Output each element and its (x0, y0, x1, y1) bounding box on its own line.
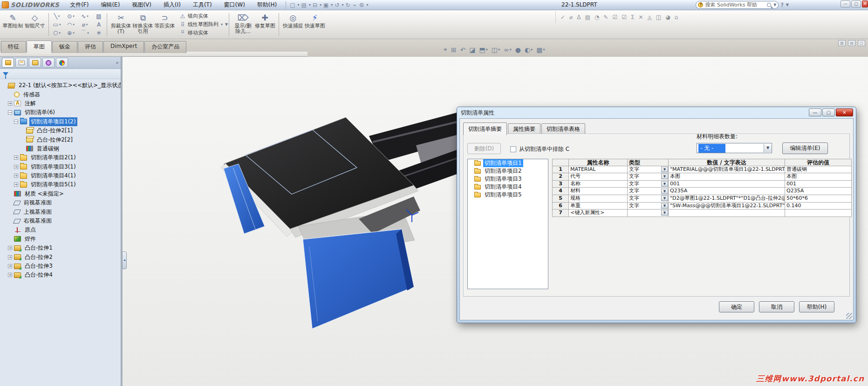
convert-entities-button[interactable]: ⧉ 转换实体引用 (132, 12, 154, 38)
expand-icon[interactable]: + (14, 165, 18, 169)
tree-item[interactable]: 上视基准面 (0, 207, 121, 216)
command-tab-草图[interactable]: 草图 (27, 41, 52, 53)
property-name-cell[interactable]: <键入新属性> (569, 210, 628, 217)
tab-feature-manager[interactable] (2, 58, 14, 68)
dialog-tab-切割清单摘要[interactable]: 切割清单摘要 (463, 122, 507, 135)
fillet-icon[interactable]: ⌒▾ (78, 29, 92, 37)
spline-icon[interactable]: ∿▾ (78, 12, 92, 20)
zebra-icon[interactable]: ◫ (656, 14, 661, 20)
expand-icon[interactable]: + (8, 255, 12, 259)
expand-icon[interactable]: + (8, 246, 12, 250)
tree-item[interactable]: +切割清单项目2(1) (0, 153, 121, 162)
expand-icon[interactable]: + (14, 156, 18, 160)
expand-icon[interactable]: + (8, 264, 12, 268)
tree-item[interactable]: 原点 (0, 225, 121, 234)
command-tab-特征[interactable]: 特征 (1, 41, 26, 53)
command-tab-评估[interactable]: 评估 (78, 41, 103, 53)
star-icon[interactable]: ✳ (92, 29, 106, 37)
expand-icon[interactable]: + (8, 273, 12, 277)
help-button[interactable]: 帮助(H) (799, 301, 834, 312)
cut-list-item[interactable]: 切割清单项目4 (468, 183, 548, 191)
type-cell[interactable]: 文字▼ (628, 173, 669, 181)
combo-dropdown-icon[interactable]: ▼ (764, 144, 772, 152)
tree-item[interactable]: 22-1 (默认<按加工><<默认>_显示状态 1: (0, 81, 121, 90)
property-name-cell[interactable]: 规格 (569, 195, 628, 203)
tree-item[interactable]: +切割清单项目4(1) (0, 171, 121, 180)
bom-quantity-select[interactable]: - 无 - ▼ (697, 143, 772, 153)
circle-icon[interactable]: ⊙▾ (64, 12, 78, 20)
hide-show-items-icon-dropdown[interactable]: ▾ (510, 47, 512, 52)
expand-icon[interactable]: + (8, 102, 12, 106)
tree-item[interactable]: 材质 <未指定> (0, 190, 121, 198)
type-cell[interactable]: 文字▼ (628, 188, 669, 195)
save-icon[interactable]: ⊟ (312, 2, 318, 8)
type-dropdown-icon[interactable]: ▼ (661, 181, 668, 187)
value-cell[interactable] (669, 210, 785, 217)
ok-button[interactable]: 确定 (719, 301, 754, 312)
section-view-icon[interactable]: ◪ (469, 46, 475, 54)
full-pane-icon[interactable]: ▢ (858, 40, 865, 46)
rapid-sketch-button[interactable]: ⚡ 快速草图 (304, 12, 326, 38)
type-dropdown-icon[interactable]: ▼ (661, 203, 668, 209)
property-name-cell[interactable]: 名称 (569, 181, 628, 188)
type-cell[interactable]: 文字▼ (628, 195, 669, 203)
measure-icon[interactable]: ⌀ (569, 14, 573, 20)
exclude-checkbox[interactable] (510, 146, 516, 152)
menu-窗口(W)[interactable]: 窗口(W) (218, 0, 251, 10)
deviation-icon[interactable]: ✕ (639, 14, 643, 20)
polygon-icon-dropdown[interactable]: ▾ (59, 31, 61, 35)
menu-插入(I)[interactable]: 插入(I) (157, 0, 187, 10)
dialog-maximize-button[interactable]: ▢ (822, 108, 835, 116)
command-tab-办公室产品[interactable]: 办公室产品 (144, 41, 186, 53)
property-name-cell[interactable]: 单重 (569, 203, 628, 210)
cancel-button[interactable]: 取消 (759, 301, 794, 312)
command-tab-钣金[interactable]: 钣金 (52, 41, 77, 53)
panel-splitter[interactable] (121, 57, 123, 386)
cut-list-item[interactable]: 切割清单项目2 (468, 167, 548, 175)
stack-dropdown-icon[interactable]: ▼ (225, 22, 228, 27)
display-style-icon-dropdown[interactable]: ▾ (498, 47, 500, 52)
zoom-to-area-icon[interactable]: ⊞ (451, 46, 457, 54)
menu-文件(F)[interactable]: 文件(F) (64, 0, 95, 10)
fillet-icon-dropdown[interactable]: ▾ (87, 31, 89, 35)
help-dropdown-icon[interactable]: ▼ (786, 3, 789, 7)
print-icon-dropdown[interactable]: ▾ (331, 3, 333, 7)
statistics-icon[interactable]: ▤ (585, 14, 590, 20)
print-icon[interactable]: ▣ (322, 2, 329, 8)
tree-item[interactable]: 焊件 (0, 235, 121, 244)
search-icon[interactable] (767, 3, 771, 7)
property-name-cell[interactable]: MATERIAL (569, 166, 628, 174)
arc-icon[interactable]: ◠▾ (64, 20, 78, 29)
cut-list-item[interactable]: 切割清单项目3 (468, 175, 548, 183)
tree-item[interactable]: −切割清单(6) (0, 108, 121, 117)
point-icon-dropdown[interactable]: ▾ (73, 31, 75, 35)
selection-box-icon[interactable]: ▨ (92, 12, 106, 20)
line-icon[interactable]: ╲▾ (50, 12, 64, 20)
new-document-icon-dropdown[interactable]: ▾ (298, 3, 300, 7)
value-cell[interactable]: "D2@草图1@22-1.SLDPRT"*"D1@凸台-拉伸2@ (669, 195, 785, 203)
performance-icon[interactable]: ◔ (595, 14, 599, 20)
sketch-button[interactable]: ✎ 草图绘制 (2, 12, 24, 38)
type-dropdown-icon[interactable]: ▼ (661, 196, 668, 201)
type-cell[interactable]: 文字▼ (628, 203, 669, 210)
edit-list-button[interactable]: 编辑清单(E) (782, 142, 828, 154)
save-icon-dropdown[interactable]: ▾ (320, 3, 321, 7)
rectangle-icon[interactable]: ▭▾ (50, 20, 64, 29)
type-dropdown-icon[interactable]: ▼ (661, 210, 668, 216)
close-button[interactable]: ✕ (862, 0, 868, 7)
command-tab-DimXpert[interactable]: DimXpert (103, 41, 144, 53)
tab-display-manager[interactable] (56, 58, 68, 68)
tab-dimxpert-manager[interactable] (42, 58, 55, 68)
tree-item[interactable]: +凸台-拉伸2 (0, 252, 121, 261)
hide-show-items-icon[interactable]: ∞▾ (504, 46, 512, 54)
value-cell[interactable]: Q235A (669, 188, 785, 195)
type-dropdown-icon[interactable]: ▼ (661, 174, 668, 179)
delete-button[interactable]: 删除(D) (467, 143, 501, 154)
options-icon[interactable]: ⚙ (358, 2, 365, 8)
ellipse-icon-dropdown[interactable]: ▾ (86, 23, 88, 27)
tree-item[interactable]: 普通碳钢 (0, 144, 121, 153)
mirror-entities-button[interactable]: ⚠镜向实体 (178, 12, 225, 20)
point-icon[interactable]: ⊕▾ (64, 29, 78, 37)
type-dropdown-icon[interactable]: ▼ (661, 189, 668, 194)
pin-icon[interactable]: ✎ (603, 14, 608, 20)
